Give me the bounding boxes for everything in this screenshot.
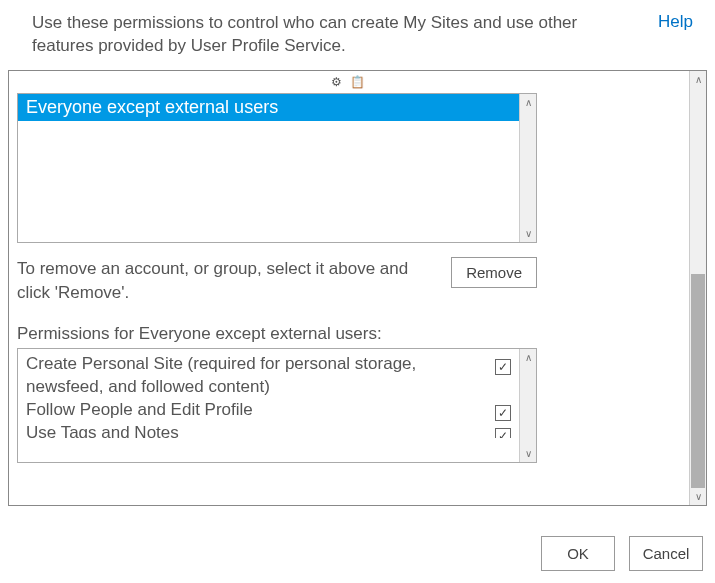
scroll-up-icon[interactable]: ∧ bbox=[520, 349, 536, 366]
scrollbar-thumb[interactable] bbox=[691, 274, 705, 488]
panel-scrollbar[interactable]: ∧ ∨ bbox=[689, 71, 706, 505]
permissions-scrollbar[interactable]: ∧ ∨ bbox=[519, 349, 536, 462]
scroll-down-icon[interactable]: ∨ bbox=[520, 445, 536, 462]
cancel-button[interactable]: Cancel bbox=[629, 536, 703, 571]
scroll-down-icon[interactable]: ∨ bbox=[690, 488, 706, 505]
permission-item[interactable]: Create Personal Site (required for perso… bbox=[26, 353, 511, 399]
permission-label: Use Tags and Notes bbox=[26, 422, 495, 438]
permission-label: Create Personal Site (required for perso… bbox=[26, 353, 495, 399]
scroll-down-icon[interactable]: ∨ bbox=[520, 225, 536, 242]
permissions-listbox[interactable]: Create Personal Site (required for perso… bbox=[17, 348, 537, 463]
permissions-panel: ⚙ 📋 Everyone except external users ∧ ∨ T… bbox=[8, 70, 707, 506]
scroll-up-icon[interactable]: ∧ bbox=[520, 94, 536, 111]
toolbar-icons[interactable]: ⚙ 📋 bbox=[17, 75, 681, 91]
users-scrollbar[interactable]: ∧ ∨ bbox=[519, 94, 536, 242]
help-link[interactable]: Help bbox=[658, 12, 693, 32]
permissions-label: Permissions for Everyone except external… bbox=[17, 324, 681, 344]
ok-button[interactable]: OK bbox=[541, 536, 615, 571]
permission-item[interactable]: Use Tags and Notes ✓ bbox=[26, 422, 511, 438]
permission-label: Follow People and Edit Profile bbox=[26, 399, 495, 422]
page-description: Use these permissions to control who can… bbox=[32, 12, 612, 58]
permission-checkbox[interactable]: ✓ bbox=[495, 359, 511, 375]
remove-button[interactable]: Remove bbox=[451, 257, 537, 288]
users-listbox[interactable]: Everyone except external users ∧ ∨ bbox=[17, 93, 537, 243]
permission-item[interactable]: Follow People and Edit Profile ✓ bbox=[26, 399, 511, 422]
permission-checkbox[interactable]: ✓ bbox=[495, 428, 511, 438]
remove-instructions: To remove an account, or group, select i… bbox=[17, 257, 417, 305]
permission-checkbox[interactable]: ✓ bbox=[495, 405, 511, 421]
scroll-up-icon[interactable]: ∧ bbox=[690, 71, 706, 88]
selected-user-item[interactable]: Everyone except external users bbox=[18, 94, 536, 121]
